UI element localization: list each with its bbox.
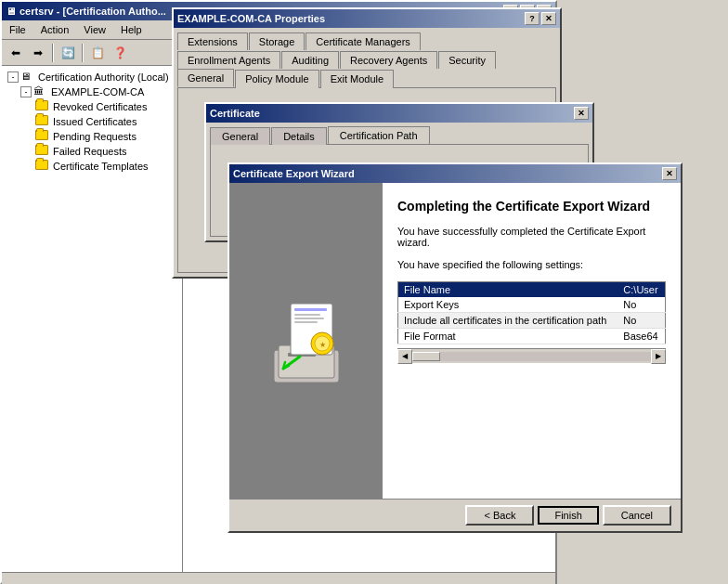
folder-icon-issued: [35, 115, 50, 128]
toolbar-separator-2: [82, 44, 84, 62]
finish-button[interactable]: Finish: [538, 506, 598, 525]
tree-panel: - 🖥 Certification Authority (Local) - 🏛 …: [2, 66, 183, 572]
tab-enrollment[interactable]: Enrollment Agents: [177, 51, 280, 69]
tree-revoked[interactable]: Revoked Certificates: [6, 99, 178, 114]
col-header-name: File Name: [398, 282, 618, 298]
cert-dialog-close[interactable]: ✕: [574, 107, 589, 120]
main-title-icon: 🖥: [6, 6, 16, 17]
table-scrollbar[interactable]: ◀ ▶: [397, 348, 666, 363]
main-title: 🖥 certsrv - [Certification Autho...: [6, 6, 166, 17]
table-row: Include all certificates in the certific…: [398, 313, 666, 329]
tab-security[interactable]: Security: [438, 51, 496, 69]
wizard-title: Certificate Export Wizard: [233, 168, 355, 179]
setting-name-0: Export Keys: [398, 297, 618, 313]
back-button[interactable]: ⬅: [6, 43, 26, 63]
cancel-button[interactable]: Cancel: [603, 505, 671, 526]
tab-general[interactable]: General: [177, 69, 234, 87]
table-row: File Format Base64: [398, 329, 666, 344]
properties-title-buttons: ? ✕: [525, 12, 556, 25]
tab-row-2: Enrollment Agents Auditing Recovery Agen…: [177, 50, 556, 68]
wizard-svg-illustration: ★: [255, 290, 358, 392]
export-wizard: Certificate Export Wizard ✕: [228, 162, 682, 533]
tab-row-1: Extensions Storage Certificate Managers: [177, 32, 556, 49]
cert-tabs: General Details Certification Path: [206, 123, 592, 144]
scroll-left-button[interactable]: ◀: [397, 349, 412, 364]
tab-policy[interactable]: Policy Module: [235, 70, 318, 88]
wizard-titlebar: Certificate Export Wizard ✕: [229, 164, 681, 183]
wizard-right-panel: Completing the Certificate Export Wizard…: [383, 183, 681, 499]
tab-extensions[interactable]: Extensions: [177, 32, 248, 50]
menu-help[interactable]: Help: [113, 22, 150, 37]
setting-name-2: File Format: [398, 329, 618, 344]
menu-action[interactable]: Action: [33, 22, 77, 37]
toolbar-separator: [52, 44, 54, 62]
folder-icon-pending: [35, 130, 50, 143]
wizard-heading: Completing the Certificate Export Wizard: [397, 198, 666, 214]
tree-failed[interactable]: Failed Requests: [6, 144, 178, 159]
help-button[interactable]: ❓: [110, 43, 130, 63]
wizard-desc1: You have successfully completed the Cert…: [397, 226, 666, 248]
properties-close-button[interactable]: ✕: [541, 12, 556, 25]
ca-icon: 🏛: [33, 85, 48, 98]
cert-tab-path[interactable]: Certification Path: [328, 126, 430, 144]
computer-icon: 🖥: [20, 71, 35, 84]
menu-view[interactable]: View: [76, 22, 113, 37]
settings-table: File Name C:\User Export Keys No Include…: [397, 281, 666, 344]
folder-icon-templates: [35, 160, 50, 173]
tree-issued[interactable]: Issued Certificates: [6, 114, 178, 129]
tab-exit[interactable]: Exit Module: [320, 70, 394, 88]
wizard-body: ★ Completing the Certificate Export Wiza…: [229, 183, 681, 499]
tree-root[interactable]: - 🖥 Certification Authority (Local): [6, 70, 178, 84]
folder-icon-failed: [35, 145, 50, 158]
properties-tabs-container: Extensions Storage Certificate Managers …: [174, 28, 560, 87]
refresh-button[interactable]: 🔄: [58, 43, 78, 63]
svg-rect-7: [294, 321, 318, 323]
properties-button[interactable]: 📋: [87, 43, 108, 63]
tree-pending[interactable]: Pending Requests: [6, 129, 178, 144]
menu-file[interactable]: File: [2, 22, 33, 37]
setting-value-1: No: [618, 313, 665, 329]
tree-templates[interactable]: Certificate Templates: [6, 159, 178, 174]
forward-button[interactable]: ➡: [28, 43, 48, 63]
table-row: Export Keys No: [398, 297, 666, 313]
setting-value-2: Base64: [618, 329, 665, 344]
status-bar: [2, 572, 555, 584]
col-header-value: C:\User: [618, 282, 665, 298]
back-button[interactable]: < Back: [465, 505, 534, 526]
tab-storage[interactable]: Storage: [249, 32, 306, 50]
cert-dialog-titlebar: Certificate ✕: [206, 104, 592, 123]
wizard-footer: < Back Finish Cancel: [229, 499, 681, 531]
setting-value-0: No: [618, 297, 665, 313]
ca-expand-icon[interactable]: -: [20, 86, 32, 97]
tab-auditing[interactable]: Auditing: [281, 51, 339, 69]
cert-dialog-title: Certificate: [210, 108, 260, 119]
scroll-right-button[interactable]: ▶: [651, 349, 666, 364]
tab-row-3: General Policy Module Exit Module: [177, 69, 556, 87]
wizard-illustration: ★: [251, 285, 362, 396]
wizard-desc2: You have specified the following setting…: [397, 259, 666, 270]
cert-tab-general[interactable]: General: [210, 127, 270, 145]
tree-ca[interactable]: - 🏛 EXAMPLE-COM-CA: [6, 84, 178, 99]
properties-help-button[interactable]: ?: [525, 12, 540, 25]
scroll-thumb[interactable]: [412, 352, 440, 361]
cert-tab-details[interactable]: Details: [271, 127, 327, 145]
svg-text:★: ★: [318, 341, 325, 349]
svg-rect-4: [294, 308, 327, 311]
scroll-track: [412, 352, 651, 361]
svg-rect-6: [294, 318, 324, 319]
tab-recovery[interactable]: Recovery Agents: [340, 51, 437, 69]
setting-name-1: Include all certificates in the certific…: [398, 313, 618, 329]
properties-titlebar: EXAMPLE-COM-CA Properties ? ✕: [174, 9, 560, 28]
svg-rect-5: [294, 314, 320, 316]
properties-dialog-title: EXAMPLE-COM-CA Properties: [177, 13, 325, 24]
expand-icon[interactable]: -: [7, 71, 19, 83]
tab-cert-managers[interactable]: Certificate Managers: [306, 32, 421, 50]
wizard-illustration-panel: ★: [229, 183, 383, 499]
folder-icon-revoked: [35, 100, 50, 113]
wizard-close-button[interactable]: ✕: [662, 167, 677, 180]
